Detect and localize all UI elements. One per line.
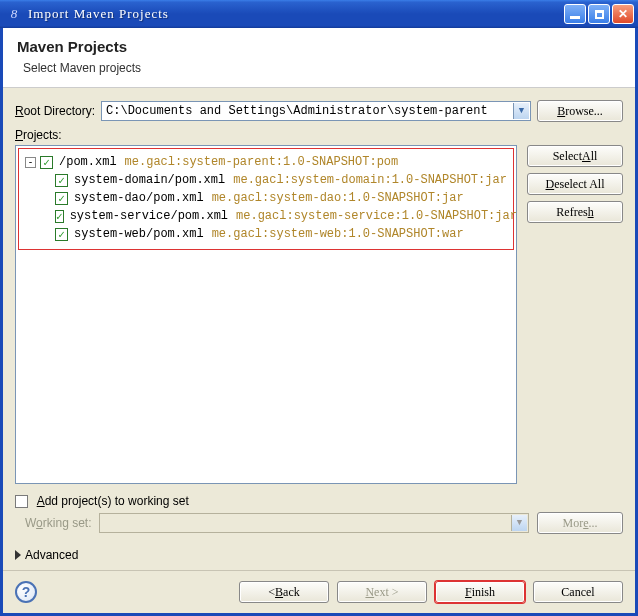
checkbox[interactable] [40, 156, 53, 169]
checkbox[interactable] [55, 174, 68, 187]
advanced-label: Advanced [25, 548, 78, 562]
app-icon: 8 [6, 6, 22, 22]
page-title: Maven Projects [17, 38, 621, 55]
minimize-button[interactable] [564, 4, 586, 24]
expander-icon[interactable]: - [25, 157, 36, 168]
chevron-down-icon[interactable]: ▼ [513, 103, 529, 119]
maximize-button[interactable] [588, 4, 610, 24]
tree-node[interactable]: system-web/pom.xmlme.gacl:system-web:1.0… [25, 225, 507, 243]
working-set-combo: ▼ [99, 513, 529, 533]
more-button: More... [537, 512, 623, 534]
add-to-working-set-checkbox[interactable] [15, 495, 28, 508]
tree-node[interactable]: system-dao/pom.xmlme.gacl:system-dao:1.0… [25, 189, 507, 207]
checkbox[interactable] [55, 228, 68, 241]
gav-coordinates: me.gacl:system-dao:1.0-SNAPSHOT:jar [212, 191, 464, 205]
tree-node[interactable]: system-domain/pom.xmlme.gacl:system-doma… [25, 171, 507, 189]
advanced-toggle[interactable]: Advanced [15, 548, 623, 562]
chevron-down-icon: ▼ [511, 515, 527, 531]
projects-label: Projects: [15, 128, 623, 142]
pom-path: system-dao/pom.xml [74, 191, 204, 205]
wizard-footer: ? < Back Next > Finish Cancel [3, 570, 635, 613]
tree-node[interactable]: system-service/pom.xmlme.gacl:system-ser… [25, 207, 507, 225]
close-button[interactable]: ✕ [612, 4, 634, 24]
deselect-all-button[interactable]: Deselect All [527, 173, 623, 195]
root-directory-combo[interactable]: C:\Documents and Settings\Administrator\… [101, 101, 531, 121]
pom-path: system-service/pom.xml [70, 209, 228, 223]
refresh-button[interactable]: Refresh [527, 201, 623, 223]
working-set-label: Working set: [25, 516, 91, 530]
page-subtitle: Select Maven projects [17, 61, 621, 75]
pom-path: system-domain/pom.xml [74, 173, 225, 187]
pom-path: system-web/pom.xml [74, 227, 204, 241]
add-to-working-set-label: Add project(s) to working set [37, 494, 189, 508]
cancel-button[interactable]: Cancel [533, 581, 623, 603]
gav-coordinates: me.gacl:system-web:1.0-SNAPSHOT:war [212, 227, 464, 241]
window-title: Import Maven Projects [28, 6, 564, 22]
titlebar: 8 Import Maven Projects ✕ [0, 0, 638, 28]
tree-node[interactable]: -/pom.xmlme.gacl:system-parent:1.0-SNAPS… [25, 153, 507, 171]
help-icon[interactable]: ? [15, 581, 37, 603]
gav-coordinates: me.gacl:system-service:1.0-SNAPSHOT:jar [236, 209, 517, 223]
projects-tree[interactable]: -/pom.xmlme.gacl:system-parent:1.0-SNAPS… [15, 145, 517, 484]
checkbox[interactable] [55, 210, 64, 223]
add-to-working-set-row: Add project(s) to working set [15, 494, 623, 508]
finish-button[interactable]: Finish [435, 581, 525, 603]
checkbox[interactable] [55, 192, 68, 205]
triangle-right-icon [15, 550, 21, 560]
select-all-button[interactable]: Select All [527, 145, 623, 167]
back-button[interactable]: < Back [239, 581, 329, 603]
browse-button[interactable]: Browse... [537, 100, 623, 122]
gav-coordinates: me.gacl:system-domain:1.0-SNAPSHOT:jar [233, 173, 507, 187]
root-directory-value: C:\Documents and Settings\Administrator\… [106, 104, 488, 118]
gav-coordinates: me.gacl:system-parent:1.0-SNAPSHOT:pom [125, 155, 399, 169]
next-button: Next > [337, 581, 427, 603]
pom-path: /pom.xml [59, 155, 117, 169]
wizard-header: Maven Projects Select Maven projects [3, 28, 635, 88]
root-directory-label: Root Directory: [15, 104, 95, 118]
